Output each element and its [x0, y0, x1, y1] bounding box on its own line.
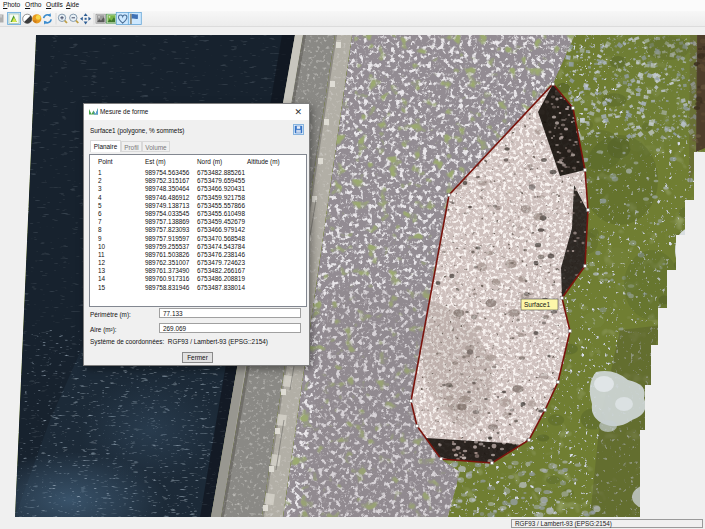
- svg-text:Surface1: Surface1: [524, 301, 550, 308]
